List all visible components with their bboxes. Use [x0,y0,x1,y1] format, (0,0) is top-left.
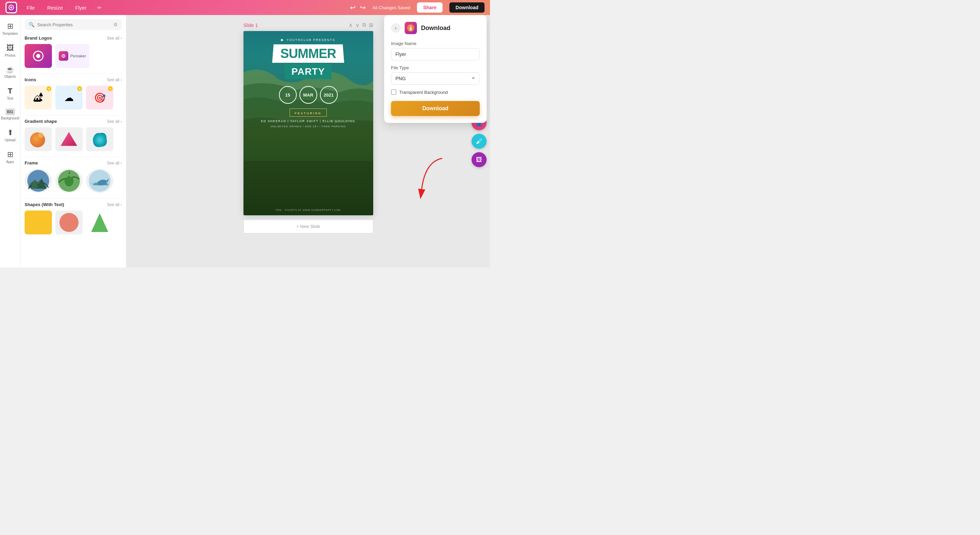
frame-item-2[interactable] [55,169,83,193]
play-icon: ▶ [281,38,285,41]
slide-copy-btn[interactable]: ⧉ [362,22,366,28]
share-button[interactable]: Share [417,2,442,13]
upload-icon: ⬆ [7,128,13,137]
shape-text-2[interactable] [55,211,83,234]
redo-button[interactable]: ↪ [360,3,366,12]
brand-logos-header: Brand Logos See all › [25,35,122,41]
svg-point-4 [36,54,40,58]
download-panel-button[interactable]: Download [391,101,480,116]
brand-logos-grid: Picmaker [25,44,122,68]
sidebar-label-photos: Photos [5,54,15,57]
slide-header: Slide 1 ∧ ∨ ⧉ ⊞ [243,22,373,28]
shapes-text-see-all[interactable]: See all › [107,202,122,207]
icons-grid: 🏕 ★ ☁ ★ 🎯 ★ [25,86,122,110]
slide-down-btn[interactable]: ∨ [355,22,360,28]
icons-see-all[interactable]: See all › [107,78,122,82]
sidebar-item-text[interactable]: T Text [0,83,20,104]
svg-marker-18 [91,213,108,232]
flyer-presents: ▶ YOUTHCLUB PRESENTS [281,38,335,41]
main-layout: ⊞ Templates 🖼 Photos ☕ Objects T Text BG… [0,15,490,268]
apps-icon: ⊞ [7,150,13,159]
sidebar-item-background[interactable]: BG Background [0,105,20,124]
objects-icon: ☕ [6,65,14,74]
sidebar-item-objects[interactable]: ☕ Objects [0,62,20,82]
nav-resize[interactable]: Resize [45,3,65,12]
gallery-icon: 🖼 [476,156,482,164]
svg-rect-16 [28,213,48,232]
saved-status: All Changes Saved [372,5,410,10]
panel-back-button[interactable]: ‹ [391,23,401,33]
svg-point-6 [63,55,64,57]
sidebar-item-apps[interactable]: ⊞ Apps [0,147,20,167]
image-name-input[interactable] [391,48,480,60]
flyer-canvas[interactable]: ▶ YOUTHCLUB PRESENTS SUMMER PARTY 15 MAR… [243,31,373,215]
sidebar-item-upload[interactable]: ⬆ Upload [0,125,20,145]
flyer-tickets: PRE - TICKETS AT WWW.SUMMERPARTY.COM [275,209,340,211]
shape-text-3[interactable] [86,211,113,234]
shapes-text-header: Shapes (With Text) See all › [25,202,122,207]
file-type-label: File Type [391,65,480,70]
frames-grid [25,169,122,193]
canvas-area: Slide 1 ∧ ∨ ⧉ ⊞ [126,15,490,268]
icon-item-2[interactable]: ☁ ★ [55,86,83,110]
paint-icon: 🖌 [476,138,482,145]
brand-logos-title: Brand Logos [25,35,52,41]
nav-file[interactable]: File [24,3,38,12]
download-button-top[interactable]: Download [449,2,485,13]
app-logo[interactable] [5,2,17,13]
sidebar-item-templates[interactable]: ⊞ Templates [0,18,20,39]
icon-badge-3: ★ [108,86,113,91]
gradient-shape-1[interactable] [25,127,52,151]
flyer-details: UNLIMITED DRINKS / AGE 18+ / FREE PARKIN… [270,125,346,128]
shape-text-1[interactable] [25,211,52,234]
left-panel: 🔍 ⚙ Brand Logos See all › [21,15,126,268]
panel-header: ‹ [391,22,480,34]
gradient-shape-2[interactable] [55,127,83,151]
frame-see-all[interactable]: See all › [107,161,122,165]
slide-up-btn[interactable]: ∧ [348,22,353,28]
flyer-title-box-1: SUMMER [272,44,344,63]
flyer-artists: ED SHEERAN | TAYLOR SWIFT | ELLIE GOULDI… [261,119,355,123]
background-icon: BG [5,108,15,115]
flyer-subtitle: PARTY [292,66,325,77]
undo-button[interactable]: ↩ [350,3,356,12]
svg-point-2 [10,6,12,8]
gradient-shape-3[interactable] [86,127,113,151]
transparent-bg-checkbox[interactable] [391,89,396,95]
sidebar-label-templates: Templates [2,32,18,35]
sidebar-icons: ⊞ Templates 🖼 Photos ☕ Objects T Text BG… [0,15,21,268]
file-type-select[interactable]: PNG JPG PDF SVG [391,72,480,85]
icon-item-1[interactable]: 🏕 ★ [25,86,52,110]
sidebar-label-background: Background [1,116,19,120]
search-input[interactable] [37,22,111,27]
brand-logos-see-all[interactable]: See all › [107,36,122,41]
brand-logo-picmaker[interactable]: Picmaker [55,44,89,68]
flyer-subtitle-box: PARTY [285,64,332,79]
panel-logo [405,22,417,34]
gradient-shapes-grid [25,127,122,151]
nav-flyer[interactable]: Flyer [72,3,89,12]
flyer-title-1: SUMMER [280,47,336,60]
float-button-paint[interactable]: 🖌 [472,134,487,149]
transparent-bg-label: Transparent Background [399,90,448,95]
frame-item-1[interactable] [25,169,52,193]
gradient-shape-title: Gradient shape [25,119,57,124]
svg-point-17 [59,213,78,232]
brand-logo-item-1[interactable] [25,44,52,68]
search-bar[interactable]: 🔍 ⚙ [25,19,122,30]
gradient-shape-header: Gradient shape See all › [25,119,122,124]
gradient-shape-see-all[interactable]: See all › [107,119,122,124]
float-button-gallery[interactable]: 🖼 [472,152,487,167]
slide-controls: ∧ ∨ ⧉ ⊞ [348,22,373,28]
edit-icon[interactable]: ✏ [97,5,102,11]
image-name-label: Image Name [391,41,480,46]
sidebar-label-objects: Objects [5,75,16,78]
icon-item-3[interactable]: 🎯 ★ [86,86,113,110]
flyer-content: ▶ YOUTHCLUB PRESENTS SUMMER PARTY 15 MAR… [243,31,373,215]
sidebar-item-photos[interactable]: 🖼 Photos [0,40,20,61]
slide-label: Slide 1 [243,22,258,28]
frame-item-3[interactable] [86,169,113,193]
slide-add-btn[interactable]: ⊞ [369,22,373,28]
new-slide-button[interactable]: + New Slide [243,219,373,233]
filter-icon[interactable]: ⚙ [113,22,118,27]
